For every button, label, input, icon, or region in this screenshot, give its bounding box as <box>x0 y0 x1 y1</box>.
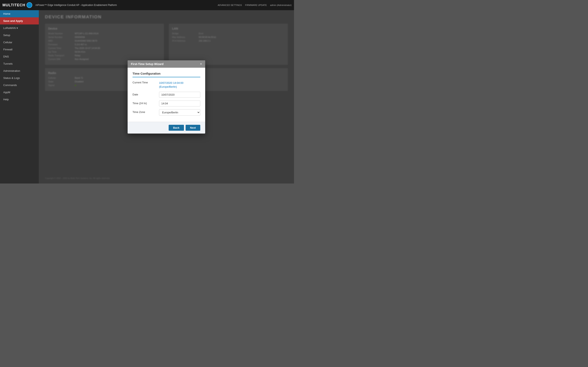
sidebar-item-save-apply[interactable]: Save and Apply <box>0 17 39 25</box>
date-row: Date <box>132 92 200 98</box>
sidebar-item-status-logs[interactable]: Status & Logs <box>0 75 39 82</box>
sidebar-item-cellular[interactable]: Cellular <box>0 39 39 46</box>
time-row: Time (24 hr) <box>132 100 200 106</box>
app-title: mPower™ Edge Intelligence Conduit AP - A… <box>35 4 214 7</box>
sidebar: Home Save and Apply LoRaWAN ▾ Setup Cell… <box>0 10 39 184</box>
date-form-value <box>159 92 200 98</box>
date-input[interactable] <box>159 92 200 98</box>
current-time-display: 10/07/2020 14:04:00 (Europe/Berlin) <box>159 80 200 89</box>
timezone-form-label: Time Zone <box>132 109 159 114</box>
logo-area: MULTITECH <box>2 2 32 8</box>
date-form-label: Date <box>132 92 159 96</box>
sidebar-item-commands[interactable]: Commands <box>0 82 39 89</box>
main-layout: Home Save and Apply LoRaWAN ▾ Setup Cell… <box>0 10 294 184</box>
nav-links: ADVANCED SETTINGS FIRMWARE UPDATE <box>218 4 267 6</box>
next-button[interactable]: Next <box>186 125 200 131</box>
modal-header: First-Time Setup Wizard × <box>128 60 205 68</box>
current-time-form-label: Current Time <box>132 80 159 84</box>
timezone-select[interactable]: Europe/BerlinUTCAmerica/New_YorkAmerica/… <box>159 109 200 116</box>
logo-text: MULTITECH <box>2 3 25 7</box>
sidebar-item-appm[interactable]: AppM <box>0 89 39 96</box>
time-form-label: Time (24 hr) <box>132 100 159 105</box>
sidebar-item-help[interactable]: Help <box>0 96 39 103</box>
content-area: DEVICE INFORMATION Device Model Number M… <box>39 10 294 184</box>
sidebar-item-firewall[interactable]: Firewall <box>0 46 39 53</box>
current-time-form-value: 10/07/2020 14:04:00 (Europe/Berlin) <box>159 80 200 89</box>
nav-user: admin (Administrator) <box>270 4 292 6</box>
current-time-row: Current Time 10/07/2020 14:04:00 (Europe… <box>132 80 200 89</box>
modal-body: Time Configuration Current Time 10/07/20… <box>128 68 205 122</box>
sidebar-item-tunnels[interactable]: Tunnels <box>0 60 39 67</box>
sidebar-item-home[interactable]: Home <box>0 10 39 17</box>
sidebar-item-administration[interactable]: Administration <box>0 67 39 75</box>
nav-link-firmware[interactable]: FIRMWARE UPDATE <box>245 4 267 6</box>
nav-link-advanced[interactable]: ADVANCED SETTINGS <box>218 4 242 6</box>
sidebar-item-lorawan[interactable]: LoRaWAN ▾ <box>0 25 39 32</box>
current-time-date: 10/07/2020 14:04:00 <box>159 81 200 85</box>
top-navbar: MULTITECH mPower™ Edge Intelligence Cond… <box>0 0 294 10</box>
modal-close-button[interactable]: × <box>200 62 202 66</box>
logo-icon <box>26 2 32 8</box>
back-button[interactable]: Back <box>169 125 184 131</box>
sidebar-item-dns[interactable]: DNS <box>0 53 39 60</box>
time-input[interactable] <box>159 100 200 106</box>
modal-title: First-Time Setup Wizard <box>131 62 164 66</box>
time-form-value <box>159 100 200 106</box>
timezone-row: Time Zone Europe/BerlinUTCAmerica/New_Yo… <box>132 109 200 116</box>
modal-overlay: First-Time Setup Wizard × Time Configura… <box>39 10 294 184</box>
sidebar-item-setup[interactable]: Setup <box>0 32 39 39</box>
modal-dialog: First-Time Setup Wizard × Time Configura… <box>128 60 205 133</box>
timezone-form-value: Europe/BerlinUTCAmerica/New_YorkAmerica/… <box>159 109 200 116</box>
modal-footer: Back Next <box>128 122 205 133</box>
current-time-tz: (Europe/Berlin) <box>159 85 200 89</box>
modal-section-title: Time Configuration <box>132 72 200 77</box>
